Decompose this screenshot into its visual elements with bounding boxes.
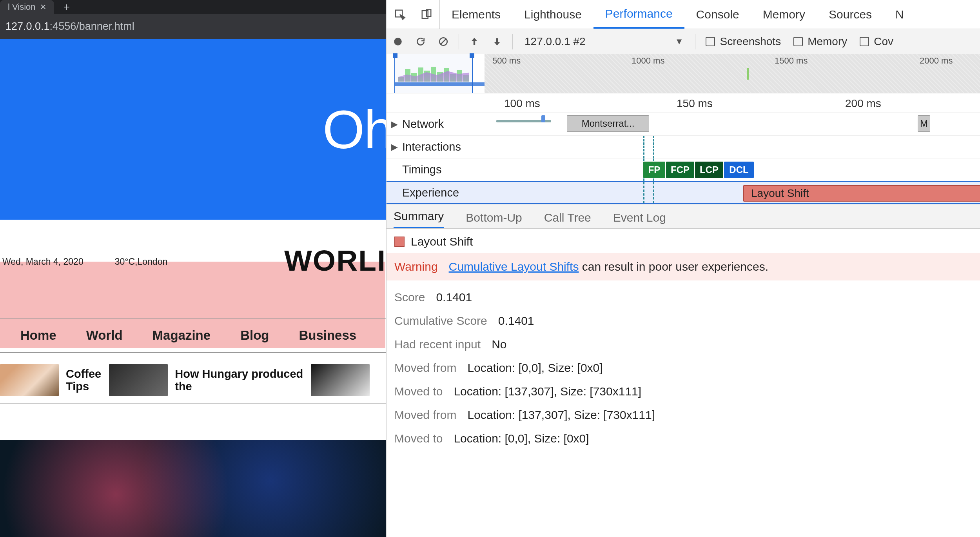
inspect-icon[interactable] bbox=[387, 0, 413, 29]
checkbox-label: Cov bbox=[874, 35, 893, 48]
feature-title: How Hungary produced the bbox=[175, 368, 303, 393]
track-experience[interactable]: ▶ Experience Layout Shift bbox=[387, 181, 980, 204]
track-timings[interactable]: ▶ Timings FP FCP LCP DCL bbox=[387, 158, 980, 181]
track-label: Network bbox=[402, 118, 452, 131]
overview-rest[interactable]: 500 ms 1000 ms 1500 ms 2000 ms bbox=[485, 54, 980, 93]
timing-lcp[interactable]: LCP bbox=[695, 162, 723, 178]
nav-item[interactable]: Magazine bbox=[152, 328, 211, 343]
tab-call-tree[interactable]: Call Tree bbox=[544, 211, 591, 228]
url-host: 127.0.0.1 bbox=[5, 20, 50, 33]
tab-more[interactable]: N bbox=[884, 0, 916, 29]
dash-marker bbox=[653, 136, 654, 158]
svg-rect-1 bbox=[422, 11, 428, 18]
page-date: Wed, March 4, 2020 bbox=[2, 257, 83, 267]
close-icon[interactable]: × bbox=[40, 1, 46, 13]
network-request[interactable]: M bbox=[918, 115, 930, 132]
tab-lighthouse[interactable]: Lighthouse bbox=[512, 0, 593, 29]
tab-title: l Vision bbox=[8, 2, 36, 12]
feature-title-line: Coffee bbox=[66, 368, 101, 380]
detail-row: Cumulative Score0.1401 bbox=[394, 314, 972, 328]
detail-value: Location: [0,0], Size: [0x0] bbox=[454, 432, 589, 445]
feature-title: Coffee Tips bbox=[66, 368, 101, 393]
warning-label: Warning bbox=[394, 260, 438, 273]
network-request[interactable]: Montserrat... bbox=[567, 115, 649, 132]
network-bar[interactable] bbox=[541, 115, 545, 122]
warning-rest: can result in poor user experiences. bbox=[579, 260, 768, 273]
profile-select[interactable]: 127.0.0.1 #2 ▼ bbox=[517, 29, 691, 54]
feature-item[interactable] bbox=[311, 364, 370, 396]
detail-value: Location: [137,307], Size: [730x111] bbox=[467, 408, 655, 422]
address-bar[interactable]: 127.0.0.1:4556/banner.html bbox=[0, 14, 386, 39]
nav-item[interactable]: World bbox=[86, 328, 123, 343]
track-label: Experience bbox=[402, 186, 467, 199]
tab-event-log[interactable]: Event Log bbox=[613, 211, 666, 228]
dash-marker bbox=[643, 136, 644, 158]
timing-dcl[interactable]: DCL bbox=[724, 162, 754, 178]
detail-value: No bbox=[492, 338, 506, 351]
overview-selection[interactable] bbox=[387, 54, 485, 93]
download-icon[interactable] bbox=[486, 29, 508, 54]
thumbnail bbox=[0, 364, 59, 396]
detail-key: Cumulative Score bbox=[394, 314, 487, 328]
tab-bottom-up[interactable]: Bottom-Up bbox=[466, 211, 522, 228]
feature-item[interactable]: How Hungary produced the bbox=[109, 364, 303, 396]
detail-tabs: Summary Bottom-Up Call Tree Event Log bbox=[387, 204, 980, 229]
nav-item[interactable]: Business bbox=[299, 328, 356, 343]
perf-toolbar: 127.0.0.1 #2 ▼ Screenshots Memory Cov bbox=[387, 29, 980, 54]
expand-icon[interactable]: ▶ bbox=[387, 142, 402, 152]
dash-marker bbox=[653, 182, 654, 203]
new-tab-button[interactable]: + bbox=[54, 1, 79, 13]
device-icon[interactable] bbox=[413, 0, 440, 29]
detail-key: Had recent input bbox=[394, 338, 481, 351]
flame-chart[interactable]: 100 ms 150 ms 200 ms ▶ Network Montserra… bbox=[387, 93, 980, 204]
feature-title-line: the bbox=[175, 380, 192, 393]
tab-performance[interactable]: Performance bbox=[593, 0, 684, 29]
tab-memory[interactable]: Memory bbox=[751, 0, 817, 29]
memory-checkbox[interactable]: Memory bbox=[787, 35, 853, 48]
coverage-checkbox[interactable]: Cov bbox=[853, 35, 900, 48]
flame-ruler: 100 ms 150 ms 200 ms bbox=[387, 93, 980, 113]
timing-fp[interactable]: FP bbox=[643, 162, 665, 178]
track-interactions[interactable]: ▶ Interactions bbox=[387, 136, 980, 158]
nav-item[interactable]: Home bbox=[20, 328, 56, 343]
reload-button[interactable] bbox=[409, 29, 432, 54]
detail-key: Moved from bbox=[394, 361, 456, 375]
layout-shift-event[interactable]: Layout Shift bbox=[743, 185, 980, 202]
devtools-panel: Elements Lighthouse Performance Console … bbox=[386, 0, 980, 537]
clear-button[interactable] bbox=[432, 29, 455, 54]
tab-sources[interactable]: Sources bbox=[817, 0, 884, 29]
browser-tab[interactable]: l Vision × bbox=[0, 0, 54, 14]
timeline-overview[interactable]: 500 ms 1000 ms 1500 ms 2000 ms bbox=[387, 54, 980, 93]
tab-elements[interactable]: Elements bbox=[440, 0, 512, 29]
overview-tick: 500 ms bbox=[492, 56, 521, 66]
expand-icon[interactable]: ▶ bbox=[387, 119, 402, 129]
detail-key: Moved from bbox=[394, 408, 456, 422]
feature-item[interactable]: Coffee Tips bbox=[0, 364, 101, 396]
tab-console[interactable]: Console bbox=[684, 0, 751, 29]
screenshots-checkbox[interactable]: Screenshots bbox=[699, 35, 787, 48]
detail-row: Score0.1401 bbox=[394, 291, 972, 304]
site-title: WORLI bbox=[284, 244, 386, 277]
cls-link[interactable]: Cumulative Layout Shifts bbox=[449, 260, 579, 273]
detail-row: Moved fromLocation: [0,0], Size: [0x0] bbox=[394, 361, 972, 375]
detail-value: Location: [137,307], Size: [730x111] bbox=[454, 385, 641, 398]
main-nav: Home World Magazine Blog Business S bbox=[0, 318, 386, 353]
ruler-tick: 200 ms bbox=[845, 97, 881, 110]
browser-window: l Vision × + 127.0.0.1:4556/banner.html … bbox=[0, 0, 386, 537]
record-button[interactable] bbox=[387, 29, 409, 54]
track-network[interactable]: ▶ Network Montserrat... M bbox=[387, 113, 980, 136]
tab-strip: l Vision × + bbox=[0, 0, 386, 14]
banner-text: Oh bbox=[323, 98, 386, 161]
url-path: /banner.html bbox=[76, 20, 134, 33]
detail-row: Had recent inputNo bbox=[394, 338, 972, 351]
hero-banner: Oh bbox=[0, 39, 386, 220]
track-label: Timings bbox=[402, 163, 449, 176]
ruler-tick: 150 ms bbox=[677, 97, 713, 110]
detail-row: Moved toLocation: [0,0], Size: [0x0] bbox=[394, 432, 972, 445]
nav-item[interactable]: Blog bbox=[240, 328, 269, 343]
upload-icon[interactable] bbox=[463, 29, 486, 54]
timing-fcp[interactable]: FCP bbox=[666, 162, 694, 178]
separator bbox=[459, 34, 459, 49]
devtools-tabs: Elements Lighthouse Performance Console … bbox=[387, 0, 980, 29]
tab-summary[interactable]: Summary bbox=[394, 209, 444, 228]
